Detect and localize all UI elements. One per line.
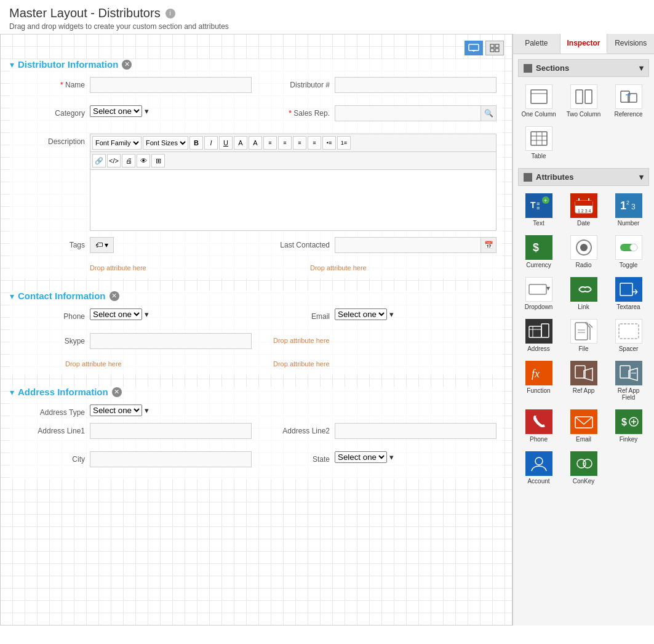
rte-table-btn[interactable]: ⊞ [151, 154, 165, 167]
state-select[interactable]: Select one [335, 451, 387, 463]
font-family-select[interactable]: Font Family [92, 136, 142, 150]
rte-font-color-btn[interactable]: A [234, 136, 247, 150]
panel-content: Sections ▾ One Column Two Column [513, 54, 654, 626]
rte-toolbar-2: 🔗 </> 🖨 👁 ⊞ [90, 151, 496, 169]
spacer-widget[interactable]: Spacer [608, 316, 649, 355]
state-field-row: State Select one ▾ [261, 451, 496, 467]
font-size-select[interactable]: Font Sizes [143, 136, 188, 150]
svg-rect-6 [495, 49, 499, 52]
one-column-widget[interactable]: One Column [518, 82, 559, 120]
tags-label: Tags [16, 237, 90, 249]
reference-icon [615, 84, 642, 109]
contact-drop-right[interactable]: Drop attribute here [261, 333, 496, 355]
email-select[interactable]: Select one [335, 308, 387, 320]
rte-italic-btn[interactable]: I [204, 136, 218, 150]
sections-widget-grid: One Column Two Column Reference [518, 82, 649, 162]
description-rte-body[interactable] [90, 169, 496, 231]
rte-print-btn[interactable]: 🖨 [122, 154, 135, 167]
account-widget[interactable]: Account [518, 449, 559, 487]
radio-widget[interactable]: Radio [563, 233, 604, 271]
rte-ol-btn[interactable]: 1≡ [337, 136, 351, 150]
distributor-remove-icon[interactable]: ✕ [122, 60, 132, 70]
function-widget[interactable]: fx Function [518, 358, 559, 403]
rte-preview-btn[interactable]: 👁 [137, 154, 150, 167]
rte-code-btn[interactable]: </> [107, 154, 121, 167]
sales-rep-search-btn[interactable]: 🔍 [481, 105, 496, 121]
rte-bg-color-btn[interactable]: A [249, 136, 262, 150]
rte-align-left-btn[interactable]: ≡ [263, 136, 277, 150]
account-widget-label: Account [527, 478, 549, 485]
sales-rep-input[interactable] [335, 105, 481, 121]
rte-link-btn[interactable]: 🔗 [92, 154, 106, 167]
contact-section: ▾ Contact Information ✕ Phone Select one… [10, 291, 503, 374]
file-widget[interactable]: File [563, 316, 604, 355]
tags-button[interactable]: 🏷 ▾ [90, 237, 114, 253]
svg-text:1 2 3 4: 1 2 3 4 [578, 209, 591, 213]
panel-tabs: Palette Inspector Revisions [513, 34, 654, 54]
ref-app-field-widget[interactable]: Ref App Field [608, 358, 649, 403]
dropdown-widget-icon [525, 277, 552, 302]
last-contacted-calendar-btn[interactable]: 📅 [481, 237, 496, 253]
sections-panel-header[interactable]: Sections ▾ [518, 59, 649, 77]
currency-widget[interactable]: $ Currency [518, 233, 559, 271]
inspector-tab[interactable]: Inspector [560, 34, 608, 54]
desktop-view-btn[interactable] [465, 41, 483, 55]
drop-area-left[interactable]: Drop attribute here [16, 263, 252, 272]
address-line1-label: Address Line1 [16, 423, 90, 435]
address-remove-icon[interactable]: ✕ [112, 387, 122, 397]
description-rte-wrapper: Font Family Font Sizes B I U A A ≡ ≡ [90, 134, 496, 231]
date-widget[interactable]: 1 2 3 4 Date [563, 191, 604, 229]
rte-align-right-btn[interactable]: ≡ [293, 136, 306, 150]
address-line2-input[interactable] [335, 423, 496, 439]
grid-view-btn[interactable] [485, 41, 504, 55]
rte-justify-btn[interactable]: ≡ [308, 136, 321, 150]
table-label: Table [532, 153, 546, 159]
rte-bold-btn[interactable]: B [189, 136, 203, 150]
email-select-arrow: ▾ [389, 310, 394, 319]
contact-section-header[interactable]: ▾ Contact Information ✕ [10, 291, 503, 301]
conkey-widget[interactable]: ConKey [563, 449, 604, 487]
address-section-header[interactable]: ▾ Address Information ✕ [10, 387, 503, 397]
svg-rect-64 [528, 412, 550, 432]
phone-widget[interactable]: Phone [518, 407, 559, 445]
drop-area-right[interactable]: Drop attribute here [261, 263, 496, 272]
revisions-tab[interactable]: Revisions [607, 34, 654, 54]
email-widget[interactable]: Email [563, 407, 604, 445]
contact-drop-left[interactable]: Drop attribute here [16, 359, 252, 368]
category-select[interactable]: Select one [90, 105, 142, 117]
contact-drop-right2[interactable]: Drop attribute here [261, 359, 496, 368]
address-widget[interactable]: Address [518, 316, 559, 355]
contact-remove-icon[interactable]: ✕ [110, 291, 119, 301]
email-label: Email [261, 308, 335, 321]
distributor-num-input[interactable] [335, 77, 496, 93]
category-select-arrow: ▾ [145, 107, 149, 116]
spacer-widget-label: Spacer [619, 345, 639, 352]
finkey-widget[interactable]: $ Finkey [608, 407, 649, 445]
table-widget[interactable]: Table [518, 124, 559, 162]
distributor-section-header[interactable]: ▾ Distributor Information ✕ [10, 59, 503, 70]
ref-app-widget[interactable]: Ref App [563, 358, 604, 403]
rte-align-center-btn[interactable]: ≡ [278, 136, 292, 150]
text-widget[interactable]: T≡≡+ Text [518, 191, 559, 229]
phone-select[interactable]: Select one [90, 308, 142, 320]
textarea-widget[interactable]: Textarea [608, 275, 649, 313]
link-widget[interactable]: Link [563, 275, 604, 313]
email-select-wrapper: Select one ▾ [335, 308, 496, 320]
last-contacted-input[interactable] [335, 237, 481, 253]
toggle-widget-icon [615, 235, 642, 260]
name-input[interactable] [90, 77, 252, 93]
address-type-select[interactable]: Select one [90, 405, 142, 416]
number-widget[interactable]: 123 Number [608, 191, 649, 229]
address-line1-input[interactable] [90, 423, 252, 439]
dropdown-widget[interactable]: Dropdown [518, 275, 559, 313]
attributes-panel-header[interactable]: Attributes ▾ [518, 168, 649, 186]
skype-input[interactable] [90, 333, 252, 349]
reference-widget[interactable]: Reference [608, 82, 649, 120]
rte-ul-btn[interactable]: •≡ [322, 136, 336, 150]
two-column-widget[interactable]: Two Column [563, 82, 604, 120]
palette-tab[interactable]: Palette [513, 34, 560, 54]
city-input[interactable] [90, 451, 252, 467]
toggle-widget[interactable]: Toggle [608, 233, 649, 271]
rte-underline-btn[interactable]: U [219, 136, 233, 150]
info-icon[interactable]: i [165, 9, 175, 18]
